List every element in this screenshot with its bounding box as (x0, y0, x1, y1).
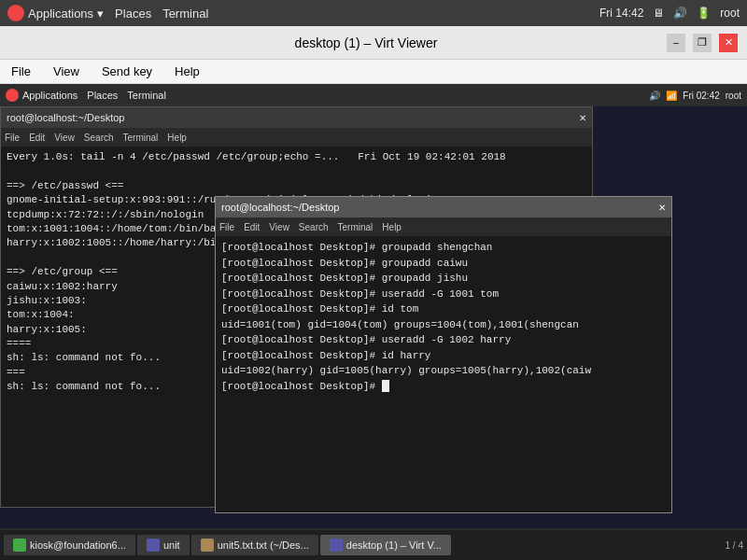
virt-close-button[interactable]: ✕ (719, 34, 738, 52)
term-front-line-1: [root@localhost Desktop]# groupadd sheng… (221, 240, 666, 256)
term-back-line-2 (7, 164, 586, 178)
virt-titlebar: desktop (1) – Virt Viewer − ❐ ✕ (0, 26, 747, 60)
terminal-front-window[interactable]: root@localhost:~/Desktop ✕ File Edit Vie… (215, 196, 672, 513)
tf-menu-help[interactable]: Help (382, 222, 402, 232)
virt-menu-sendkey[interactable]: Send key (98, 63, 156, 80)
virt-menubar: File View Send key Help (0, 60, 747, 84)
terminal-front-content: [root@localhost Desktop]# groupadd sheng… (216, 236, 671, 512)
term-front-line-9: uid=1002(harry) gid=1005(harry) groups=1… (221, 363, 666, 379)
outer-page-badge: 1 / 4 (718, 540, 743, 551)
outer-task-txt[interactable]: unit5.txt.txt (~/Des... (191, 535, 318, 555)
terminal-back-title: root@localhost:~/Desktop (7, 112, 124, 123)
terminal-back-titlebar: root@localhost:~/Desktop ✕ (1, 107, 592, 128)
term-front-line-6: uid=1001(tom) gid=1004(tom) groups=1004(… (221, 317, 666, 333)
kiosk-task-label: kiosk@foundation6... (30, 539, 126, 551)
virt-menu-view[interactable]: View (49, 63, 83, 80)
inner-places-label[interactable]: Places (87, 90, 118, 101)
virt-title: desktop (1) – Virt Viewer (65, 35, 667, 50)
txt-task-icon (201, 539, 214, 552)
terminal-front-title: root@localhost:~/Desktop (221, 202, 339, 213)
inner-gnome-icon (6, 89, 19, 102)
tf-menu-view[interactable]: View (269, 222, 289, 232)
inner-terminal-label[interactable]: Terminal (127, 90, 166, 101)
term-front-line-10: [root@localhost Desktop]# (221, 379, 666, 395)
inner-applications-menu[interactable]: Applications (6, 89, 78, 102)
virt-viewer-window: desktop (1) – Virt Viewer − ❐ ✕ File Vie… (0, 26, 747, 558)
terminal-back-menubar: File Edit View Search Terminal Help (1, 128, 592, 147)
unit-task-label: unit (163, 539, 180, 551)
outer-screen-icon: 🖥 (653, 7, 664, 20)
virt-task-icon (330, 539, 343, 552)
tb-menu-search[interactable]: Search (84, 133, 114, 143)
tb-menu-view[interactable]: View (54, 133, 75, 143)
outer-places-menu[interactable]: Places (115, 7, 151, 21)
inner-network-icon: 📶 (666, 91, 677, 101)
term-front-line-8: [root@localhost Desktop]# id harry (221, 348, 666, 364)
inner-gnome-bar: Applications Places Terminal 🔊 📶 Fri 02:… (0, 84, 747, 106)
outer-time: Fri 14:42 (599, 7, 643, 20)
outer-root-label: root (720, 7, 740, 20)
outer-taskbar: kiosk@foundation6... unit unit5.txt.txt … (0, 530, 747, 560)
terminal-front-menubar: File Edit View Search Terminal Help (216, 217, 671, 236)
term-back-line-1: Every 1.0s: tail -n 4 /etc/passwd /etc/g… (7, 150, 586, 164)
virt-minimize-button[interactable]: − (667, 34, 685, 52)
term-front-line-3: [root@localhost Desktop]# groupadd jishu (221, 271, 666, 287)
outer-task-virt[interactable]: desktop (1) – Virt V... (320, 535, 451, 555)
outer-volume-icon[interactable]: 🔊 (673, 7, 687, 20)
term-front-line-4: [root@localhost Desktop]# useradd -G 100… (221, 287, 666, 302)
terminal-front-titlebar: root@localhost:~/Desktop ✕ (216, 197, 671, 217)
outer-system-bar: Applications ▾ Places Terminal Fri 14:42… (0, 0, 747, 26)
tf-menu-file[interactable]: File (219, 222, 234, 232)
unit-task-icon (147, 539, 160, 552)
outer-task-unit[interactable]: unit (137, 535, 190, 555)
outer-battery-icon[interactable]: 🔋 (697, 7, 711, 20)
inner-volume-icon: 🔊 (649, 91, 660, 101)
tb-menu-file[interactable]: File (5, 133, 20, 143)
tf-menu-search[interactable]: Search (299, 222, 329, 232)
outer-terminal-label[interactable]: Terminal (162, 7, 208, 21)
virt-task-label: desktop (1) – Virt V... (346, 539, 442, 551)
virt-menu-help[interactable]: Help (171, 63, 204, 80)
term-front-line-5: [root@localhost Desktop]# id tom (221, 301, 666, 317)
virt-menu-file[interactable]: File (7, 63, 35, 80)
kiosk-task-icon (13, 539, 26, 552)
tb-menu-edit[interactable]: Edit (29, 133, 45, 143)
term-back-line-3: ==> /etc/passwd <== (7, 179, 586, 193)
vm-display-area[interactable]: Applications Places Terminal 🔊 📶 Fri 02:… (0, 84, 747, 554)
inner-root-label: root (726, 91, 741, 101)
inner-time: Fri 02:42 (683, 91, 719, 101)
virt-restore-button[interactable]: ❐ (693, 34, 712, 52)
txt-task-label: unit5.txt.txt (~/Des... (218, 539, 309, 551)
outer-applications-menu[interactable]: Applications ▾ (7, 5, 104, 21)
tf-menu-terminal[interactable]: Terminal (338, 222, 374, 232)
inner-applications-label[interactable]: Applications (22, 90, 78, 101)
tb-menu-help[interactable]: Help (167, 133, 187, 143)
tb-menu-terminal[interactable]: Terminal (123, 133, 159, 143)
term-front-line-7: [root@localhost Desktop]# useradd -G 100… (221, 332, 666, 348)
gnome-icon (7, 5, 24, 21)
outer-apps-chevron: ▾ (97, 7, 104, 21)
outer-task-kiosk[interactable]: kiosk@foundation6... (4, 535, 135, 555)
term-front-line-2: [root@localhost Desktop]# groupadd caiwu (221, 256, 666, 272)
outer-applications-label[interactable]: Applications (28, 7, 93, 21)
tf-menu-edit[interactable]: Edit (244, 222, 260, 232)
